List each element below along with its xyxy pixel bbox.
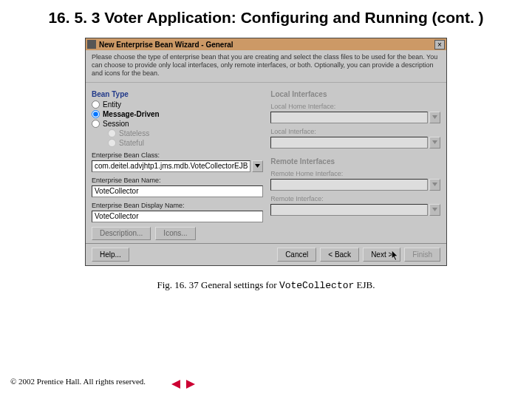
svg-marker-4 [432,208,437,211]
name-label: Enterprise Bean Name: [92,177,263,184]
dialog-footer: Help... Cancel < Back Next > Finish [86,243,446,265]
svg-marker-1 [432,115,437,119]
description-button[interactable]: Description... [92,227,151,240]
remote-if-dropdown [429,204,440,216]
cancel-button[interactable]: Cancel [277,248,316,262]
local-if-input [270,137,428,149]
local-if-label: Local Interface: [270,128,440,135]
remote-if-label: Remote Interface: [270,195,440,202]
radio-message-driven[interactable]: Message-Driven [92,110,263,118]
prev-slide-icon[interactable] [170,378,182,390]
icons-button[interactable]: Icons... [155,227,195,240]
back-button[interactable]: < Back [320,248,359,262]
remote-home-label: Remote Home Interface: [270,170,440,177]
svg-marker-6 [171,380,180,389]
local-home-dropdown [429,112,440,123]
class-label: Enterprise Bean Class: [92,151,263,159]
local-home-label: Local Home Interface: [270,103,440,110]
remote-interfaces-label: Remote Interfaces [270,157,440,166]
nav-arrows [170,378,197,390]
svg-marker-7 [186,380,195,389]
name-input[interactable]: VoteCollector [92,185,263,197]
next-slide-icon[interactable] [185,378,197,390]
remote-if-input [270,204,428,216]
wizard-dialog: New Enterprise Bean Wizard - General × P… [85,38,447,265]
window-title: New Enterprise Bean Wizard - General [99,41,434,49]
radio-stateless: Stateless [108,129,263,137]
local-if-dropdown [429,137,440,149]
title-bar: New Enterprise Bean Wizard - General × [86,38,446,50]
close-button[interactable]: × [434,40,445,50]
finish-button: Finish [404,248,440,262]
svg-marker-2 [432,140,437,144]
remote-home-input [270,179,428,191]
remote-home-dropdown [429,179,440,191]
figure-caption: Fig. 16. 37 General settings for VoteCol… [0,279,532,291]
display-label: Enterprise Bean Display Name: [92,202,263,209]
radio-stateful: Stateful [108,139,263,147]
class-input[interactable]: com.deitel.advjhtp1.jms.mdb.VoteCollecto… [92,160,250,172]
copyright-text: © 2002 Prentice Hall. All rights reserve… [10,377,146,386]
bean-type-label: Bean Type [92,90,263,98]
radio-session[interactable]: Session [92,120,263,128]
app-icon [87,40,96,49]
svg-marker-0 [255,164,260,168]
cursor-icon [392,250,399,261]
svg-marker-3 [432,183,437,186]
display-input[interactable]: VoteCollector [92,211,263,222]
radio-entity[interactable]: Entity [92,100,263,109]
help-button[interactable]: Help... [92,248,129,262]
local-home-input [270,112,428,123]
class-dropdown[interactable] [252,160,263,172]
slide-title: 16. 5. 3 Voter Application: Configuring … [0,0,532,38]
local-interfaces-label: Local Interfaces [270,90,440,98]
next-button[interactable]: Next > [363,248,400,262]
intro-text: Please choose the type of enterprise bea… [86,50,446,82]
svg-marker-5 [392,250,398,260]
